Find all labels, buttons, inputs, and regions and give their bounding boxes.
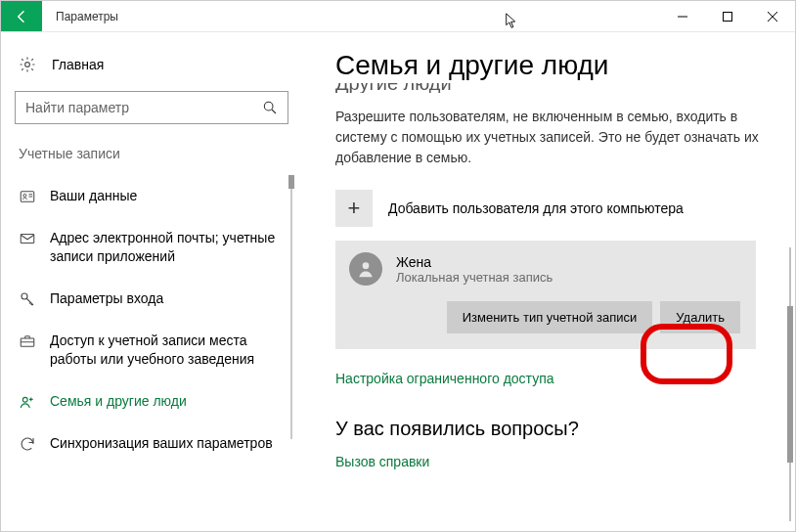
user-card[interactable]: Жена Локальная учетная запись Изменить т…	[335, 241, 756, 349]
window-controls	[660, 1, 795, 31]
sidebar-item-label: Параметры входа	[50, 289, 285, 308]
person-icon	[356, 259, 376, 279]
id-card-icon	[19, 188, 36, 205]
sidebar-item-family[interactable]: Семья и другие люди	[15, 380, 288, 422]
sidebar-item-work[interactable]: Доступ к учетной записи места работы или…	[15, 320, 288, 380]
page-title: Семья и другие люди	[335, 50, 777, 81]
window-title: Параметры	[42, 1, 118, 31]
svg-point-14	[363, 262, 370, 269]
sidebar-item-sync[interactable]: Синхронизация ваших параметров	[15, 422, 288, 465]
people-plus-icon	[19, 393, 36, 411]
svg-rect-9	[21, 235, 34, 244]
sidebar: Главная Найти параметр Учетные записи Ва…	[1, 32, 302, 531]
sidebar-item-label: Доступ к учетной записи места работы или…	[50, 332, 285, 369]
svg-point-13	[22, 397, 27, 402]
change-account-type-button[interactable]: Изменить тип учетной записи	[447, 301, 653, 333]
plus-icon: +	[335, 190, 373, 227]
titlebar: Параметры	[1, 1, 795, 32]
svg-point-10	[22, 293, 27, 299]
search-icon	[262, 100, 278, 115]
delete-button[interactable]: Удалить	[660, 301, 740, 333]
main-scrollbar-thumb[interactable]	[787, 306, 793, 463]
get-help-link[interactable]: Вызов справки	[335, 454, 429, 469]
sync-icon	[19, 435, 36, 453]
arrow-left-icon	[14, 9, 29, 24]
svg-point-2	[25, 63, 30, 67]
search-placeholder: Найти параметр	[25, 100, 262, 115]
questions-heading: У вас появились вопросы?	[335, 418, 777, 440]
sidebar-item-label: Ваши данные	[50, 187, 285, 205]
sidebar-section-header: Учетные записи	[15, 146, 294, 175]
gear-icon	[19, 56, 36, 73]
sidebar-item-signin[interactable]: Параметры входа	[15, 278, 288, 320]
add-user-row[interactable]: + Добавить пользователя для этого компью…	[335, 190, 777, 227]
description-text: Разрешите пользователям, не включенным в…	[335, 107, 766, 168]
back-button[interactable]	[1, 1, 42, 31]
svg-point-3	[264, 102, 273, 111]
sidebar-item-email[interactable]: Адрес электронной почты; учетные записи …	[15, 217, 288, 278]
nav-list: Ваши данные Адрес электронной почты; уче…	[15, 175, 288, 465]
titlebar-spacer	[118, 1, 660, 31]
assigned-access-link[interactable]: Настройка ограниченного доступа	[335, 371, 777, 386]
home-link[interactable]: Главная	[15, 50, 294, 91]
cursor-icon	[505, 13, 520, 30]
minimize-button[interactable]	[660, 1, 705, 32]
clipped-subheading: Другие люди	[335, 83, 777, 93]
sidebar-scrollbar-track	[290, 175, 292, 439]
maximize-button[interactable]	[705, 1, 750, 32]
minimize-icon	[678, 12, 687, 22]
close-icon	[768, 12, 777, 22]
svg-rect-1	[724, 12, 732, 21]
sidebar-item-label: Синхронизация ваших параметров	[50, 434, 285, 453]
briefcase-icon	[19, 332, 36, 350]
sidebar-item-label: Семья и другие люди	[50, 392, 285, 411]
user-type: Локальная учетная запись	[396, 270, 553, 285]
add-user-label: Добавить пользователя для этого компьюте…	[388, 200, 684, 216]
svg-point-6	[23, 194, 26, 197]
sidebar-item-label: Адрес электронной почты; учетные записи …	[50, 229, 285, 266]
key-icon	[19, 290, 36, 308]
sidebar-item-your-info[interactable]: Ваши данные	[15, 175, 288, 217]
close-button[interactable]	[750, 1, 795, 32]
sidebar-scrollbar-thumb[interactable]	[288, 175, 294, 189]
user-name: Жена	[396, 254, 553, 270]
main-panel: Семья и другие люди Другие люди Разрешит…	[302, 32, 795, 531]
avatar	[349, 252, 382, 286]
svg-line-4	[272, 110, 276, 113]
mail-icon	[19, 230, 36, 247]
search-input[interactable]: Найти параметр	[15, 91, 288, 124]
maximize-icon	[723, 12, 732, 22]
home-label: Главная	[52, 57, 104, 72]
